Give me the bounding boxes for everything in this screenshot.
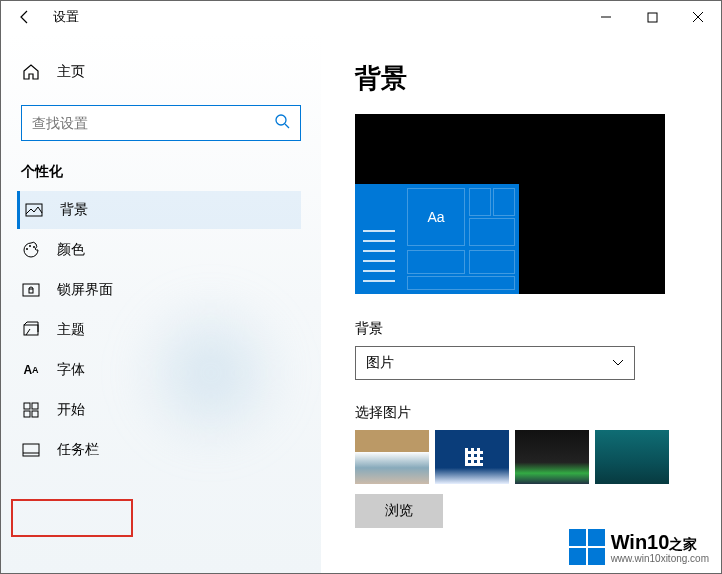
- sidebar-item-label: 主题: [57, 321, 85, 339]
- page-title: 背景: [355, 61, 701, 96]
- sidebar-item-taskbar[interactable]: 任务栏: [17, 431, 301, 469]
- taskbar-icon: [21, 440, 41, 460]
- nav-list: 背景 颜色 锁屏界面 主题 AA 字体 开始: [21, 191, 301, 469]
- close-button[interactable]: [675, 1, 721, 33]
- picture-thumb-1[interactable]: [355, 430, 429, 484]
- picture-thumb-2[interactable]: [435, 430, 509, 484]
- sidebar-item-lockscreen[interactable]: 锁屏界面: [17, 271, 301, 309]
- home-button[interactable]: 主页: [21, 53, 301, 91]
- preview-start-tiles: Aa: [403, 184, 519, 294]
- font-icon: AA: [21, 360, 41, 380]
- svg-rect-1: [648, 13, 657, 22]
- sidebar-item-label: 字体: [57, 361, 85, 379]
- section-title: 个性化: [21, 163, 301, 181]
- start-icon: [21, 400, 41, 420]
- sidebar-item-themes[interactable]: 主题: [17, 311, 301, 349]
- background-dropdown[interactable]: 图片: [355, 346, 635, 380]
- sidebar-item-label: 任务栏: [57, 441, 99, 459]
- main-panel: 背景 Aa 背景 图片 选择图片: [321, 33, 721, 573]
- sidebar-item-start[interactable]: 开始: [17, 391, 301, 429]
- watermark: Win10之家 www.win10xitong.com: [569, 529, 709, 565]
- picture-thumb-3[interactable]: [515, 430, 589, 484]
- sidebar-item-label: 背景: [60, 201, 88, 219]
- preview-start-sidebar: [355, 184, 403, 294]
- picture-thumbnails: [355, 430, 701, 484]
- svg-rect-15: [23, 444, 39, 456]
- minimize-button[interactable]: [583, 1, 629, 33]
- preview-tile-aa: Aa: [407, 188, 465, 246]
- sidebar: 主页 个性化 背景 颜色 锁屏界面 主题: [1, 33, 321, 573]
- svg-rect-11: [24, 403, 30, 409]
- search-box[interactable]: [21, 105, 301, 141]
- svg-line-3: [285, 124, 289, 128]
- sidebar-item-label: 开始: [57, 401, 85, 419]
- minimize-icon: [600, 11, 612, 23]
- home-label: 主页: [57, 63, 85, 81]
- palette-icon: [21, 240, 41, 260]
- svg-rect-12: [32, 403, 38, 409]
- maximize-icon: [647, 12, 658, 23]
- lock-screen-icon: [21, 280, 41, 300]
- svg-point-6: [29, 245, 31, 247]
- theme-icon: [21, 320, 41, 340]
- window-controls: [583, 1, 721, 33]
- select-picture-label: 选择图片: [355, 404, 701, 422]
- svg-rect-14: [32, 411, 38, 417]
- browse-button[interactable]: 浏览: [355, 494, 443, 528]
- sidebar-item-label: 颜色: [57, 241, 85, 259]
- svg-rect-13: [24, 411, 30, 417]
- back-button[interactable]: [9, 1, 41, 33]
- svg-point-2: [276, 115, 286, 125]
- sidebar-item-background[interactable]: 背景: [17, 191, 301, 229]
- maximize-button[interactable]: [629, 1, 675, 33]
- background-label: 背景: [355, 320, 701, 338]
- svg-rect-8: [23, 284, 39, 296]
- window-title: 设置: [53, 8, 79, 26]
- home-icon: [21, 62, 41, 82]
- image-icon: [24, 200, 44, 220]
- sidebar-item-colors[interactable]: 颜色: [17, 231, 301, 269]
- titlebar: 设置: [1, 1, 721, 33]
- annotation-highlight: [11, 499, 133, 537]
- sidebar-item-label: 锁屏界面: [57, 281, 113, 299]
- svg-rect-9: [29, 289, 33, 293]
- windows-logo-icon: [569, 529, 605, 565]
- svg-point-5: [26, 248, 28, 250]
- desktop-preview: Aa: [355, 114, 665, 294]
- sidebar-item-fonts[interactable]: AA 字体: [17, 351, 301, 389]
- back-arrow-icon: [17, 9, 33, 25]
- svg-point-7: [33, 246, 35, 248]
- dropdown-value: 图片: [366, 354, 394, 372]
- svg-rect-10: [24, 325, 38, 335]
- picture-thumb-4[interactable]: [595, 430, 669, 484]
- search-icon: [274, 113, 290, 133]
- close-icon: [692, 11, 704, 23]
- search-input[interactable]: [32, 115, 274, 131]
- chevron-down-icon: [612, 356, 624, 370]
